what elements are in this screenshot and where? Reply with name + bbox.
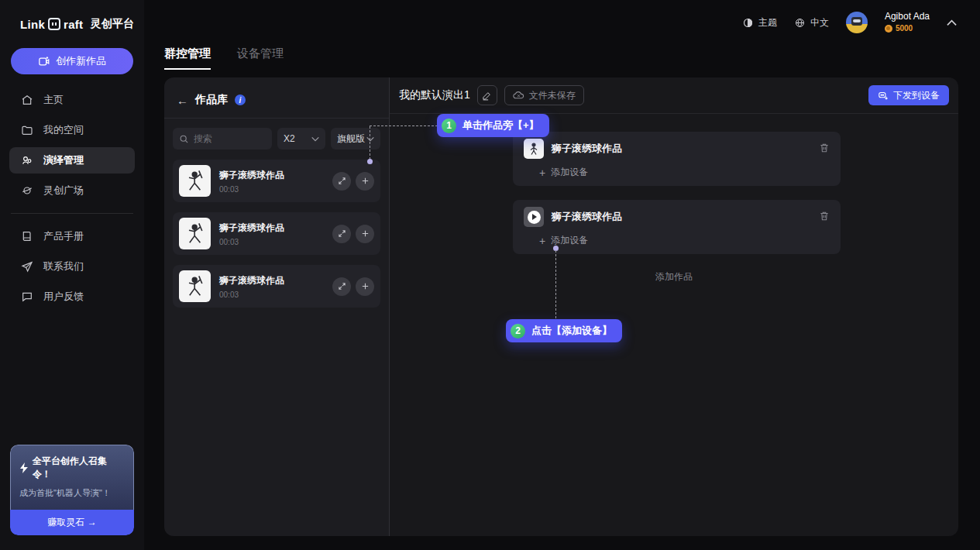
library-work-card[interactable]: 狮子滚绣球作品 00:03: [173, 212, 380, 255]
add-device-button[interactable]: + 添加设备: [539, 234, 588, 247]
library-divider: [164, 118, 389, 119]
expand-work-button[interactable]: [332, 277, 351, 296]
library-work-card[interactable]: 狮子滚绣球作品 00:03: [173, 265, 380, 308]
expand-icon: [338, 282, 346, 290]
globe-icon: [794, 17, 806, 29]
step-number-badge: 1: [442, 119, 456, 133]
add-work-to-show-button[interactable]: [356, 225, 374, 243]
sidebar-item-label: 用户反馈: [43, 290, 84, 304]
deploy-button-label: 下发到设备: [893, 89, 940, 102]
language-switcher[interactable]: 中文: [794, 16, 829, 29]
guide-connector-dot: [367, 159, 373, 164]
expand-icon: [338, 229, 346, 238]
work-duration: 00:03: [219, 290, 284, 299]
primary-nav: 主页 我的空间 演绎管理 灵创广场: [0, 87, 144, 204]
sidebar-divider: [11, 213, 133, 214]
language-label: 中文: [810, 16, 829, 29]
info-icon[interactable]: i: [235, 95, 246, 105]
work-thumbnail: [179, 218, 211, 249]
theme-toggle[interactable]: 主题: [742, 16, 777, 29]
trash-icon: [819, 143, 830, 153]
search-box: [173, 128, 272, 150]
add-work-to-show-button[interactable]: [356, 277, 374, 296]
sidebar-item-user-feedback[interactable]: 用户反馈: [9, 284, 135, 310]
earn-gems-button[interactable]: 赚取灵石 →: [10, 510, 134, 535]
search-icon: [179, 134, 189, 144]
delete-work-button[interactable]: [819, 211, 830, 224]
work-duration: 00:03: [219, 238, 284, 246]
play-icon: [528, 211, 541, 224]
guide-connector-line: [370, 125, 438, 126]
placed-work-card[interactable]: 狮子滚绣球作品 + 添加设备: [513, 132, 841, 186]
user-avatar[interactable]: [846, 12, 868, 33]
theme-label: 主题: [758, 16, 777, 29]
sidebar-item-contact-us[interactable]: 联系我们: [9, 253, 135, 280]
plus-icon: +: [539, 235, 545, 247]
planet-icon: [21, 184, 33, 197]
save-status[interactable]: 文件未保存: [504, 85, 584, 105]
placed-work-thumbnail: [524, 139, 544, 159]
work-title: 狮子滚绣球作品: [219, 169, 284, 182]
home-icon: [21, 94, 33, 106]
add-device-button[interactable]: + 添加设备: [539, 166, 588, 179]
sidebar-item-label: 演绎管理: [43, 153, 84, 167]
guide-tooltip-text: 单击作品旁【+】: [462, 119, 539, 132]
work-duration: 00:03: [219, 185, 284, 194]
group-icon: [21, 154, 33, 167]
book-icon: [21, 230, 33, 242]
speed-select[interactable]: X2: [277, 128, 325, 150]
sidebar: Linkraft 灵创平台 创作新作品 主页 我的空间 演绎管理 灵创广场: [0, 0, 144, 550]
robot-logo-icon: [48, 18, 60, 30]
brand-platform: 灵创平台: [90, 17, 134, 31]
plus-icon: [361, 229, 370, 238]
tab-group-control[interactable]: 群控管理: [164, 46, 211, 70]
rename-show-button[interactable]: [477, 85, 497, 105]
brand-prefix: Link: [20, 18, 45, 31]
sidebar-item-plaza[interactable]: 灵创广场: [9, 177, 135, 204]
canvas-header: 我的默认演出1 文件未保存 下发到设备: [390, 77, 958, 114]
chevron-down-icon: [366, 136, 374, 142]
add-work-to-show-button[interactable]: [356, 172, 374, 191]
create-work-button[interactable]: 创作新作品: [11, 48, 133, 74]
expand-work-button[interactable]: [332, 225, 351, 243]
show-canvas: 我的默认演出1 文件未保存 下发到设备: [390, 77, 958, 536]
speed-select-value: X2: [284, 133, 295, 144]
delete-work-button[interactable]: [819, 143, 830, 156]
creator-promo-banner: 全平台创作人召集令！ 成为首批"机器人导演"！ 赚取灵石 →: [10, 445, 134, 535]
topbar: 主题 中文 Agibot Ada 5000: [144, 0, 980, 45]
show-title: 我的默认演出1: [399, 88, 470, 102]
deploy-to-device-button[interactable]: 下发到设备: [868, 85, 949, 105]
work-title: 狮子滚绣球作品: [219, 274, 284, 287]
sidebar-item-label: 我的空间: [43, 123, 84, 137]
placed-work-title: 狮子滚绣球作品: [552, 142, 622, 156]
guide-tooltip-step-1: 1 单击作品旁【+】: [437, 114, 549, 137]
search-input[interactable]: [194, 133, 256, 144]
sidebar-item-performance-management[interactable]: 演绎管理: [9, 147, 135, 174]
version-select-value: 旗舰版: [337, 132, 365, 146]
content-panel: ← 作品库 i X2 旗舰版: [164, 77, 958, 536]
robot-download-icon: [878, 91, 889, 101]
user-block[interactable]: Agibot Ada 5000: [885, 12, 930, 33]
library-title: 作品库: [195, 93, 228, 107]
theme-icon: [742, 17, 754, 29]
tab-device-management[interactable]: 设备管理: [237, 46, 284, 70]
add-work-placeholder[interactable]: 添加作品: [390, 270, 958, 284]
coin-icon: [885, 25, 892, 33]
sidebar-item-my-space[interactable]: 我的空间: [9, 117, 135, 143]
chevron-up-icon[interactable]: [947, 19, 957, 26]
video-plus-icon: [38, 56, 50, 67]
back-button[interactable]: ←: [177, 94, 188, 107]
expand-work-button[interactable]: [332, 172, 351, 191]
sidebar-item-product-manual[interactable]: 产品手册: [9, 223, 135, 249]
folder-icon: [21, 124, 33, 136]
placed-work-card[interactable]: 狮子滚绣球作品 + 添加设备: [513, 200, 841, 254]
sidebar-item-home[interactable]: 主页: [9, 87, 135, 113]
main-area: 主题 中文 Agibot Ada 5000 群控管理 设备管理: [144, 0, 980, 550]
banner-subtitle: 成为首批"机器人导演"！: [19, 487, 125, 499]
placed-work-thumbnail: [524, 207, 544, 227]
version-select[interactable]: 旗舰版: [331, 128, 380, 150]
plus-icon: [361, 282, 370, 290]
brand-suffix: raft: [64, 18, 83, 31]
library-work-card[interactable]: 狮子滚绣球作品 00:03: [173, 160, 380, 202]
trash-icon: [819, 211, 830, 222]
